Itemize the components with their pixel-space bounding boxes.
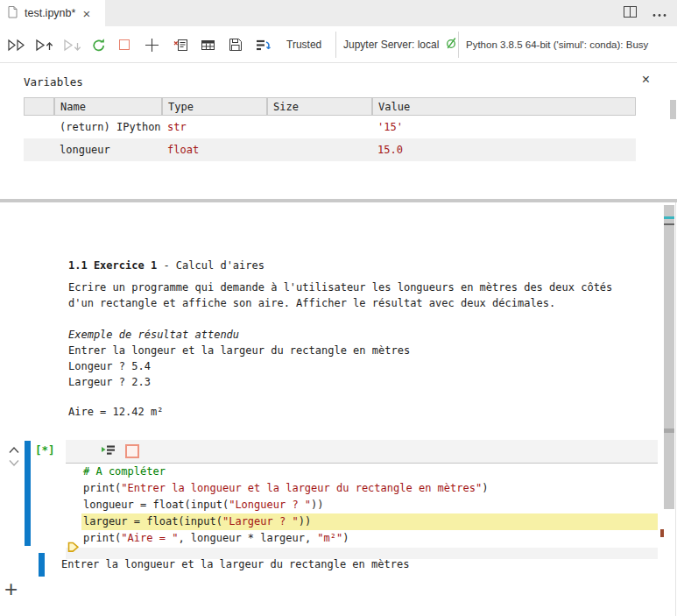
code-line[interactable]: # A compléter — [81, 464, 658, 480]
header-value: Value — [373, 98, 635, 115]
notebook-area: 1.1 Exercice 1 - Calcul d'aires Ecrire u… — [0, 202, 677, 616]
jupyter-server-status[interactable]: Jupyter Server: local — [343, 26, 457, 63]
var-type: str — [162, 116, 267, 138]
vscode-notebook-window: test.ipynb* × — [0, 0, 677, 616]
clear-outputs-icon[interactable] — [173, 26, 189, 63]
markdown-heading: 1.1 Exercice 1 - Calcul d'aires — [68, 258, 612, 273]
cell-toolbar — [66, 440, 658, 463]
markdown-line: Entrer la longeur et la largeur du recta… — [68, 343, 612, 358]
kernel-status[interactable]: Python 3.8.5 64-bit ('simul': conda): Bu… — [466, 26, 648, 63]
scrollbar-decoration — [664, 223, 674, 225]
header-type: Type — [163, 98, 268, 115]
server-connected-icon — [445, 37, 457, 53]
trusted-button[interactable]: Trusted — [286, 26, 321, 63]
notebook-right-border — [675, 202, 676, 616]
tab-test-ipynb[interactable]: test.ipynb* × — [0, 0, 105, 26]
variables-table-header: Name Type Size Value — [24, 97, 636, 116]
code-token-code: )) — [299, 515, 311, 527]
code-token-code: longueur = float(input( — [83, 499, 229, 511]
close-tab-icon[interactable]: × — [82, 7, 90, 20]
active-cell-indicator[interactable] — [25, 441, 31, 546]
code-lines: # A compléterprint("Entrer la longueur e… — [81, 464, 658, 547]
code-token-string: "Entrer la longueur et la largeur du rec… — [121, 482, 482, 494]
code-token-code: largeur = float(input( — [83, 515, 222, 527]
var-type: float — [162, 138, 267, 161]
debug-current-line-icon — [67, 541, 80, 556]
var-value: 15.0 — [372, 138, 636, 161]
code-cell: # A compléterprint("Entrer la longueur e… — [66, 440, 658, 559]
markdown-cell[interactable]: 1.1 Exercice 1 - Calcul d'aires Ecrire u… — [68, 258, 612, 420]
execution-count-busy: [*] — [35, 443, 55, 457]
code-line[interactable]: longueur = float(input("Longueur ? ")) — [81, 497, 658, 513]
header-icon-column — [25, 98, 55, 115]
add-cell-icon[interactable] — [145, 26, 159, 63]
code-token-string: "Aire = " — [121, 532, 178, 544]
trusted-label: Trusted — [286, 39, 321, 51]
scrollbar-decoration — [660, 529, 664, 537]
markdown-example-title: Exemple de résultat attendu — [68, 327, 612, 343]
interrupt-cell-icon[interactable] — [125, 444, 139, 458]
markdown-result-line: Aire = 12.42 m² — [68, 404, 612, 420]
save-icon[interactable] — [229, 26, 243, 63]
export-icon[interactable] — [255, 26, 272, 63]
header-name: Name — [55, 98, 163, 115]
jupyter-server-label: Jupyter Server: local — [343, 39, 439, 51]
code-token-string: "Largeur ? " — [222, 515, 299, 527]
scrollbar-decoration — [664, 428, 674, 433]
markdown-paragraph: Ecrire un programme qui demande à l'util… — [68, 280, 612, 295]
code-token-comment: # A compléter — [83, 465, 166, 478]
var-value: '15' — [372, 116, 636, 138]
code-token-code: ) — [482, 482, 488, 494]
variables-scrollbar-thumb[interactable] — [670, 100, 676, 119]
split-editor-icon[interactable] — [624, 5, 637, 21]
code-token-code: ) — [342, 532, 349, 544]
variables-panel-title: Variables — [24, 75, 83, 89]
var-size — [267, 138, 372, 161]
table-row[interactable]: (return) IPython str '15' — [24, 116, 636, 138]
run-below-icon[interactable] — [63, 26, 82, 63]
run-by-line-icon[interactable] — [101, 443, 116, 459]
code-line[interactable]: print("Entrer la longueur et la largeur … — [81, 480, 658, 497]
code-token-string: "m²" — [317, 532, 342, 544]
scrollbar-decoration — [664, 216, 674, 219]
editor-tab-bar: test.ipynb* × — [0, 0, 677, 26]
code-token-code: , longueur * largeur, — [178, 532, 317, 544]
variables-table: Name Type Size Value (return) IPython st… — [24, 97, 636, 161]
kernel-label: Python 3.8.5 64-bit ('simul': conda): Bu… — [466, 39, 648, 50]
tab-title: test.ipynb* — [25, 7, 75, 19]
chevron-down-icon[interactable] — [8, 456, 20, 471]
toolbar-separator — [335, 32, 336, 58]
variables-panel: Variables × Name Type Size Value (return… — [0, 63, 677, 199]
run-above-icon[interactable] — [35, 26, 54, 63]
restart-kernel-icon[interactable] — [91, 26, 107, 63]
add-cell-button[interactable]: + — [4, 577, 18, 600]
code-token-code: print( — [83, 532, 121, 544]
more-actions-icon[interactable] — [652, 5, 666, 21]
file-icon — [7, 5, 18, 22]
header-size: Size — [268, 98, 373, 115]
code-token-code: )) — [311, 499, 323, 511]
markdown-paragraph: d'un rectangle et affiche son aire. Affi… — [68, 295, 612, 311]
close-variables-icon[interactable]: × — [642, 73, 650, 87]
var-name: (return) IPython — [54, 116, 162, 138]
table-row[interactable]: longueur float 15.0 — [24, 138, 636, 161]
var-name: longueur — [54, 138, 162, 161]
toolbar-separator — [458, 32, 459, 58]
output-indicator[interactable] — [39, 553, 45, 577]
markdown-line: Longeur ? 5.4 — [68, 358, 612, 374]
code-line[interactable]: print("Aire = ", longueur * largeur, "m²… — [81, 530, 658, 547]
notebook-toolbar: Trusted Jupyter Server: local Python 3.8… — [0, 26, 677, 63]
markdown-line: Largeur ? 2.3 — [68, 374, 612, 390]
variable-explorer-icon[interactable] — [201, 26, 215, 63]
var-size — [267, 116, 372, 138]
interrupt-kernel-icon[interactable] — [119, 26, 130, 63]
code-token-code: print( — [83, 482, 121, 494]
cell-output-text: Entrer la longueur et la largeur du rect… — [61, 558, 409, 570]
code-token-string: "Longueur ? " — [229, 499, 311, 511]
code-line[interactable]: largeur = float(input("Largeur ? ")) — [81, 513, 658, 530]
run-all-icon[interactable] — [7, 26, 25, 63]
notebook-scrollbar-thumb[interactable] — [664, 205, 674, 509]
code-editor[interactable]: # A compléterprint("Entrer la longueur e… — [66, 464, 658, 548]
